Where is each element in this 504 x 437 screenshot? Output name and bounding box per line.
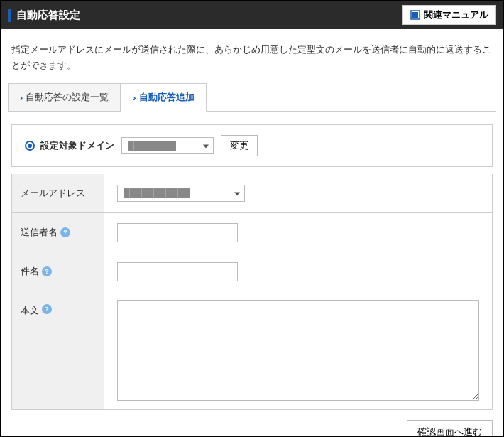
chevron-right-icon: › — [133, 92, 136, 103]
footer: 確認画面へ進む — [1, 410, 503, 437]
page-title: 自動応答設定 — [8, 9, 80, 22]
row-email: メールアドレス ███████████ — [12, 174, 492, 212]
help-icon[interactable]: ? — [60, 227, 70, 237]
svg-rect-1 — [412, 12, 418, 18]
form-table: メールアドレス ███████████ 送信者名 ? 件名 ? 本文 — [11, 174, 493, 410]
tab-settings-list[interactable]: › 自動応答の設定一覧 — [8, 83, 121, 112]
row-body: 本文 ? — [12, 291, 492, 409]
tab-bar: › 自動応答の設定一覧 › 自動応答追加 — [8, 83, 496, 112]
subject-input[interactable] — [117, 262, 238, 281]
domain-selection-row: 設定対象ドメイン ████████ 変更 — [11, 124, 493, 167]
page-header: 自動応答設定 関連マニュアル — [1, 1, 503, 29]
change-button[interactable]: 変更 — [221, 135, 258, 156]
email-label: メールアドレス — [12, 174, 104, 212]
subject-label: 件名 ? — [12, 252, 104, 291]
body-textarea[interactable] — [117, 300, 479, 401]
book-icon — [410, 10, 420, 20]
body-label: 本文 ? — [12, 291, 104, 409]
domain-select[interactable]: ████████ — [121, 137, 214, 154]
email-select[interactable]: ███████████ — [117, 185, 245, 202]
domain-label: 設定対象ドメイン — [40, 139, 114, 152]
manual-button-label: 関連マニュアル — [424, 9, 488, 21]
tab-add-autoresponder[interactable]: › 自動応答追加 — [121, 83, 206, 112]
manual-button[interactable]: 関連マニュアル — [402, 5, 496, 25]
tab-label: 自動応答追加 — [139, 91, 195, 104]
chevron-right-icon: › — [20, 92, 23, 103]
confirm-button[interactable]: 確認画面へ進む — [407, 420, 493, 437]
help-icon[interactable]: ? — [42, 266, 52, 276]
tab-label: 自動応答の設定一覧 — [26, 91, 109, 104]
sender-label: 送信者名 ? — [12, 213, 104, 252]
page-description: 指定メールアドレスにメールが送信された際に、あらかじめ用意した定型文のメールを送… — [1, 29, 503, 83]
row-sender: 送信者名 ? — [12, 212, 492, 252]
domain-radio[interactable] — [25, 141, 35, 151]
row-subject: 件名 ? — [12, 252, 492, 291]
help-icon[interactable]: ? — [42, 304, 52, 314]
sender-input[interactable] — [117, 223, 238, 242]
